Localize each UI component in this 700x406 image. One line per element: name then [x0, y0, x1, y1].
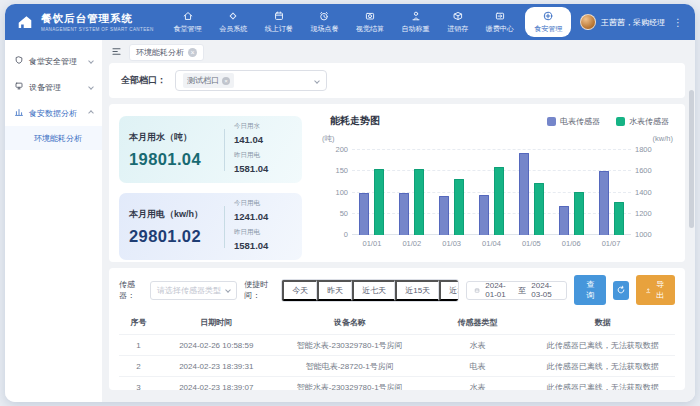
- bar-水表传感器-01/05: [534, 183, 544, 235]
- table-cell: 水表: [425, 335, 531, 356]
- quick-time-近15天[interactable]: 近15天: [395, 280, 439, 301]
- sidebar-subitem-环境能耗分析[interactable]: 环境能耗分析: [5, 126, 102, 150]
- legend-item-电表传感器[interactable]: 电表传感器: [547, 116, 600, 127]
- nav-item-进销存[interactable]: 进销存: [440, 4, 475, 40]
- elec-card-title: 本月用电（kw/h）: [129, 208, 215, 221]
- nav-item-食堂管理[interactable]: 食堂管理: [167, 4, 209, 40]
- main-content: 环境能耗分析 × 全部档口： 测试档口 ×: [102, 40, 695, 402]
- yesterday-label: 昨日用电: [234, 151, 292, 160]
- today-elec-value: 1241.04: [234, 211, 292, 222]
- bar-电表传感器-01/04: [479, 195, 489, 235]
- today-water-value: 141.04: [234, 134, 292, 145]
- kebab-menu-icon[interactable]: ⋮: [673, 17, 683, 28]
- nav-item-现场点餐[interactable]: 现场点餐: [303, 4, 345, 40]
- x-axis-label: 01/06: [551, 239, 591, 248]
- table-cell: 此传感器已离线，无法获取数据: [530, 356, 675, 377]
- water-card-value: 19801.04: [129, 150, 215, 169]
- sidebar: 食堂安全管理设备管理食安数据分析环境能耗分析: [5, 40, 102, 402]
- onsite-order-icon: [318, 10, 330, 22]
- yesterday-elec-label: 昨日用电: [234, 228, 292, 237]
- tab-label: 环境能耗分析: [136, 47, 184, 58]
- legend-item-水表传感器[interactable]: 水表传感器: [616, 116, 669, 127]
- table-cell: 2024-02-23 18:39:07: [158, 377, 275, 391]
- nav-item-自动称重[interactable]: 自动称重: [395, 4, 437, 40]
- bar-group-01/06: 01/06: [551, 150, 591, 235]
- x-axis-label: 01/05: [511, 239, 551, 248]
- tabbar: 环境能耗分析 ×: [109, 43, 685, 63]
- stall-filter-label: 全部档口：: [121, 74, 166, 87]
- query-button[interactable]: 查询: [574, 275, 606, 305]
- table-row: 12024-02-26 10:58:59智能水表-230329780-1号房间水…: [119, 335, 675, 356]
- table-cell: 智能水表-230329780-1号房间: [275, 377, 425, 391]
- date-start: 2024-01-01: [485, 281, 513, 299]
- bar-电表传感器-01/07: [599, 171, 609, 235]
- chevron-down-icon: [88, 58, 94, 64]
- scrollbar-track[interactable]: [689, 42, 694, 400]
- tab-env-energy-analysis[interactable]: 环境能耗分析 ×: [129, 44, 204, 61]
- bar-group-01/02: 01/02: [392, 150, 432, 235]
- sensor-data-table: 序号日期时间设备名称传感器类型数据 12024-02-26 10:58:59智能…: [119, 312, 675, 390]
- bar-group-01/05: 01/05: [511, 150, 551, 235]
- scrollbar-thumb[interactable]: [689, 90, 694, 228]
- bar-电表传感器-01/03: [439, 196, 449, 235]
- sidebar-item-设备管理[interactable]: 设备管理: [5, 74, 102, 100]
- left-axis-tick: 50: [320, 209, 348, 218]
- sensor-filter-label: 传感器：: [119, 279, 143, 301]
- nav-item-食安管理[interactable]: 食安管理: [525, 7, 571, 37]
- right-axis-tick: 1400: [635, 188, 669, 197]
- sensor-select-placeholder: 请选择传感器类型: [157, 285, 222, 296]
- tab-close-icon[interactable]: ×: [188, 48, 197, 57]
- x-axis-label: 01/04: [472, 239, 512, 248]
- bar-水表传感器-01/07: [614, 202, 624, 235]
- date-range-picker[interactable]: 2024-01-01 至 2024-03-05: [466, 281, 567, 300]
- quick-time-label: 便捷时间：: [244, 279, 274, 301]
- sensor-data-card: 传感器： 请选择传感器类型 便捷时间： 今天昨天近七天近15天近30天本月 20…: [109, 268, 685, 390]
- chart-plot: 0100050120010014001501600200180001/0101/…: [352, 150, 631, 235]
- nav-item-线上订餐[interactable]: 线上订餐: [258, 4, 300, 40]
- home-icon: [182, 10, 194, 22]
- refresh-button[interactable]: [613, 281, 629, 300]
- member-icon: [227, 10, 239, 22]
- legend-swatch: [547, 117, 556, 126]
- nav-item-会员系统[interactable]: 会员系统: [212, 4, 254, 40]
- collapse-sidebar-icon[interactable]: [111, 43, 122, 61]
- bar-电表传感器-01/02: [399, 193, 409, 236]
- user-area[interactable]: 王茜茜，采购经理 ⋮: [576, 4, 695, 40]
- bar-电表传感器-01/05: [519, 153, 529, 235]
- bar-水表传感器-01/02: [414, 169, 424, 235]
- quick-time-近30天[interactable]: 近30天: [439, 280, 459, 301]
- table-cell: 此传感器已离线，无法获取数据: [530, 335, 675, 356]
- elec-card-value: 29801.02: [129, 227, 215, 246]
- nav-item-视觉结算[interactable]: 视觉结算: [349, 4, 391, 40]
- quick-time-近七天[interactable]: 近七天: [352, 280, 395, 301]
- quick-time-今天[interactable]: 今天: [282, 280, 317, 301]
- divider: [224, 129, 225, 171]
- sidebar-item-食堂安全管理[interactable]: 食堂安全管理: [5, 48, 102, 74]
- avatar[interactable]: [580, 14, 596, 30]
- quick-time-昨天[interactable]: 昨天: [317, 280, 352, 301]
- sensor-type-select[interactable]: 请选择传感器类型: [150, 281, 237, 300]
- chevron-down-icon: [88, 84, 94, 90]
- device-icon: [14, 81, 24, 93]
- sidebar-item-食安数据分析[interactable]: 食安数据分析: [5, 100, 102, 126]
- app-logo: 餐饮后台管理系统 MANAGEMENT SYSTEM OF SMART CANT…: [5, 4, 163, 40]
- chevron-down-icon: [225, 287, 231, 293]
- today-water-label: 今日用水: [234, 122, 292, 131]
- column-header-设备名称: 设备名称: [275, 312, 425, 335]
- bar-group-01/03: 01/03: [432, 150, 472, 235]
- right-axis-tick: 1000: [635, 230, 669, 239]
- table-cell: 智能水表-230329780-1号房间: [275, 335, 425, 356]
- monthly-electricity-card: 本月用电（kw/h） 29801.02 今日用电 1241.04 昨日用电 15…: [119, 193, 302, 260]
- tag-close-icon[interactable]: ×: [222, 77, 230, 85]
- nav-item-缴费中心[interactable]: 缴费中心: [479, 4, 521, 40]
- left-axis-tick: 100: [320, 188, 348, 197]
- right-axis-tick: 1200: [635, 209, 669, 218]
- right-axis-tick: 1800: [635, 145, 669, 154]
- export-button[interactable]: 导出: [636, 275, 675, 305]
- app-title: 餐饮后台管理系统: [41, 12, 154, 26]
- bar-水表传感器-01/01: [374, 169, 384, 235]
- date-separator: 至: [518, 285, 526, 296]
- stall-select[interactable]: 测试档口 ×: [175, 70, 327, 91]
- bar-电表传感器-01/06: [559, 206, 569, 235]
- x-axis-label: 01/03: [432, 239, 472, 248]
